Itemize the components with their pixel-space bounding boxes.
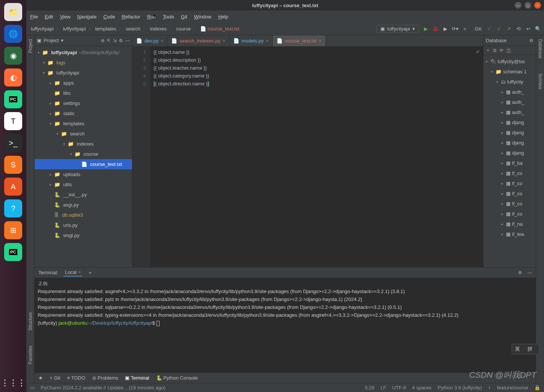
db-item[interactable]: ▸▦djang: [483, 138, 536, 148]
db-item[interactable]: ▸▦auth_: [483, 97, 536, 107]
run-config-selector[interactable]: ▣ luffycityapi ▾: [376, 25, 419, 33]
db-item[interactable]: ▸▦djang: [483, 128, 536, 138]
minimize-button[interactable]: —: [515, 2, 521, 9]
interpreter[interactable]: Python 3.9 (luffycity): [438, 385, 482, 390]
db-item[interactable]: ▸▦auth_: [483, 107, 536, 117]
project-tree[interactable]: ▾📁luffycityapi ~/Desktop/luffycity/▾📁log…: [35, 46, 132, 267]
tree-item[interactable]: ▾📁course: [35, 149, 132, 159]
gear-icon[interactable]: ⚙: [119, 38, 123, 43]
collapse-icon[interactable]: ⇲: [113, 38, 117, 43]
db-item[interactable]: ▸▦lf_co: [483, 199, 536, 209]
edge-icon[interactable]: 🌐: [4, 25, 22, 43]
menu-git[interactable]: Git: [181, 14, 187, 20]
tree-item[interactable]: ▾📁indexes: [35, 139, 132, 149]
tree-item[interactable]: ▾📁search: [35, 129, 132, 139]
tab-dev.py[interactable]: 📄dev.py×: [132, 35, 167, 46]
stop-db-icon[interactable]: ◫: [506, 48, 511, 53]
tree-item[interactable]: ▸📁static: [35, 108, 132, 119]
db-item[interactable]: ▾🗂luffycity: [483, 77, 536, 87]
close-button[interactable]: ✕: [534, 2, 541, 9]
tool-git[interactable]: ᚼ Git: [50, 375, 60, 381]
tree-item[interactable]: 🐍wsgi.py: [35, 230, 132, 240]
sciview-tool-tab[interactable]: SciView: [538, 73, 543, 89]
crumb-3[interactable]: search: [124, 25, 142, 32]
tool-problems[interactable]: ⊘ Problems: [92, 375, 119, 381]
pycharm-icon[interactable]: PC: [4, 90, 22, 108]
status-update[interactable]: PyCharm 2024.2.2 available // Update... …: [41, 385, 166, 390]
db-item[interactable]: ▸▦lf_na: [483, 219, 536, 229]
inspection-ok-icon[interactable]: ✔: [476, 49, 480, 55]
code-area[interactable]: 12345 {{ object.name }}{{ object.descrip…: [132, 47, 483, 267]
refresh-icon[interactable]: ⟳: [500, 48, 503, 53]
menu-file[interactable]: File: [30, 14, 38, 20]
expand-icon[interactable]: ⇱: [107, 38, 111, 43]
terminal-output[interactable]: .2.9)Requirement already satisfied: asgi…: [35, 278, 536, 372]
menu-navigate[interactable]: Navigate: [77, 14, 96, 20]
copy-icon[interactable]: ⧉: [493, 48, 497, 53]
db-item[interactable]: ▸▦lf_co: [483, 178, 536, 188]
caret-position[interactable]: 5:28: [365, 385, 374, 390]
db-item[interactable]: ▸▦lf_co: [483, 209, 536, 219]
add-terminal-button[interactable]: ＋: [88, 269, 93, 276]
tab-course_text.txt[interactable]: 📄course_text.txt×: [273, 35, 326, 46]
store-icon[interactable]: A: [4, 178, 22, 196]
db-item[interactable]: ▾📁schemas 1: [483, 67, 536, 77]
tree-root[interactable]: ▾📁luffycityapi ~/Desktop/luffycity/: [35, 47, 132, 58]
line-separator[interactable]: LF: [380, 385, 386, 390]
sublime-icon[interactable]: S: [4, 156, 22, 174]
tab-search_indexes.py[interactable]: 📄search_indexes.py×: [167, 35, 229, 46]
project-tool-tab[interactable]: Project: [28, 39, 33, 53]
menu-tools[interactable]: Tools: [163, 14, 174, 20]
app2-icon[interactable]: ⊞: [4, 221, 22, 239]
crumb-0[interactable]: luffycityapi: [29, 25, 55, 32]
crumb-4[interactable]: indexes: [148, 25, 168, 32]
crumb-5[interactable]: course: [175, 25, 192, 32]
git-branch[interactable]: feature/course: [497, 385, 528, 390]
tree-item[interactable]: ▾📁logs: [35, 58, 132, 68]
database-tool-tab[interactable]: Database: [538, 39, 543, 58]
tree-item[interactable]: ▾📁templates: [35, 119, 132, 129]
gear-icon[interactable]: ⚙: [529, 38, 533, 43]
crumb-6[interactable]: 📄 course_text.txt: [199, 25, 241, 32]
tree-item[interactable]: ▸📁utils: [35, 179, 132, 190]
git-rollback-icon[interactable]: ↩: [525, 26, 531, 32]
tree-item[interactable]: 🐍asgi.py: [35, 200, 132, 210]
db-item[interactable]: ▸▦lf_tea: [483, 229, 536, 239]
postman-icon[interactable]: ◐: [4, 68, 22, 87]
app-icon[interactable]: ◉: [4, 47, 22, 65]
favorites-tool-tab[interactable]: Favorites: [28, 346, 33, 364]
terminal-tab-local[interactable]: Local ×: [64, 269, 82, 277]
db-item[interactable]: ▾🔌luffycity@loc: [483, 56, 536, 67]
menu-view[interactable]: View: [60, 14, 70, 20]
run-button[interactable]: ▶: [423, 26, 429, 32]
files-icon[interactable]: 📁: [4, 3, 22, 21]
menu-refactor[interactable]: Refactor: [122, 14, 140, 20]
crumb-1[interactable]: luffycityapi: [61, 25, 87, 32]
maximize-button[interactable]: ◻: [524, 2, 531, 9]
text-icon[interactable]: T: [4, 112, 22, 130]
tree-item[interactable]: 🐍urls.py: [35, 220, 132, 230]
gear-icon[interactable]: ⚙: [518, 270, 522, 275]
terminal-dock-icon[interactable]: >_: [4, 134, 22, 152]
tree-item[interactable]: 🐍__init__.py: [35, 190, 132, 200]
star-icon[interactable]: ★: [38, 375, 43, 381]
tree-item[interactable]: ▸📁apps: [35, 78, 132, 88]
profile-button[interactable]: ⟳▾: [452, 26, 458, 32]
crumb-2[interactable]: templates: [94, 25, 118, 32]
tool-terminal[interactable]: ▣ Terminal: [125, 375, 149, 381]
db-item[interactable]: ▸▦lf_co: [483, 188, 536, 199]
menu-code[interactable]: Code: [103, 14, 115, 20]
menu-help[interactable]: Help: [218, 14, 228, 20]
breadcrumb[interactable]: luffycityapi〉luffycityapi〉templates〉sear…: [29, 25, 241, 32]
hide-terminal-icon[interactable]: —: [527, 270, 532, 275]
coverage-button[interactable]: ▶: [442, 26, 448, 32]
lock-icon[interactable]: 🔒: [534, 385, 540, 390]
debug-button[interactable]: 🐞: [433, 26, 439, 32]
database-tree[interactable]: ▾🔌luffycity@loc▾📁schemas 1▾🗂luffycity▸▦a…: [483, 55, 536, 267]
git-pull-icon[interactable]: ✓: [486, 26, 492, 32]
git-push-icon[interactable]: ↗: [506, 26, 512, 32]
tree-item[interactable]: 🗄db.sqlite3: [35, 210, 132, 220]
indent[interactable]: 4 spaces: [412, 385, 432, 390]
git-commit-icon[interactable]: ✓: [496, 26, 502, 32]
db-item[interactable]: ▸▦auth_: [483, 87, 536, 97]
